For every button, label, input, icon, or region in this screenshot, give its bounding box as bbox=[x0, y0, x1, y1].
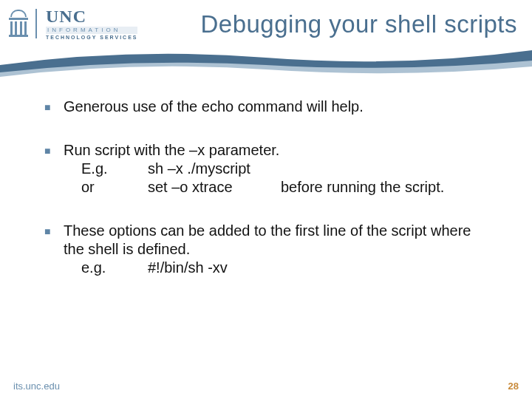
slide-content: ■ Generous use of the echo command will … bbox=[0, 80, 532, 277]
logo-line3: TECHNOLOGY SERVICES bbox=[46, 35, 137, 40]
bullet-marker-icon: ■ bbox=[44, 101, 55, 116]
text: command will help. bbox=[233, 98, 364, 115]
code-set-o: set –o xtrace bbox=[148, 178, 281, 197]
logo-line2: INFORMATION bbox=[46, 27, 137, 34]
text: before running the script. bbox=[281, 178, 444, 197]
footer-url: its.unc.edu bbox=[13, 381, 60, 392]
text: parameter. bbox=[205, 142, 279, 158]
wave-divider bbox=[0, 47, 532, 80]
code-echo: echo bbox=[202, 98, 233, 115]
column-icon bbox=[9, 9, 28, 38]
bullet-3: ■ These options can be added to the firs… bbox=[44, 222, 488, 277]
text: Run script with the bbox=[64, 142, 189, 158]
code-shebang: #!/bin/sh -xv bbox=[148, 259, 228, 277]
bullet-2: ■ Run script with the –x parameter. E.g.… bbox=[44, 141, 488, 197]
bullet-marker-icon: ■ bbox=[44, 145, 55, 197]
slide-title: Debugging your shell scripts bbox=[137, 7, 523, 38]
page-number: 28 bbox=[508, 381, 519, 392]
or-label: or bbox=[81, 178, 148, 197]
eg-label: e.g. bbox=[81, 259, 148, 277]
slide-header: UNC INFORMATION TECHNOLOGY SERVICES Debu… bbox=[0, 0, 532, 47]
slide-footer: its.unc.edu 28 bbox=[0, 381, 532, 392]
code-x: –x bbox=[189, 142, 205, 158]
code-sh-x: sh –x ./myscript bbox=[148, 160, 281, 178]
unc-logo: UNC INFORMATION TECHNOLOGY SERVICES bbox=[9, 7, 137, 40]
bullet-marker-icon: ■ bbox=[44, 225, 55, 277]
bullet-1: ■ Generous use of the echo command will … bbox=[44, 98, 488, 116]
eg-label: E.g. bbox=[81, 160, 148, 178]
text: Generous use of the bbox=[64, 98, 202, 115]
text: These options can be added to the first … bbox=[64, 222, 488, 259]
logo-title: UNC bbox=[46, 7, 137, 25]
